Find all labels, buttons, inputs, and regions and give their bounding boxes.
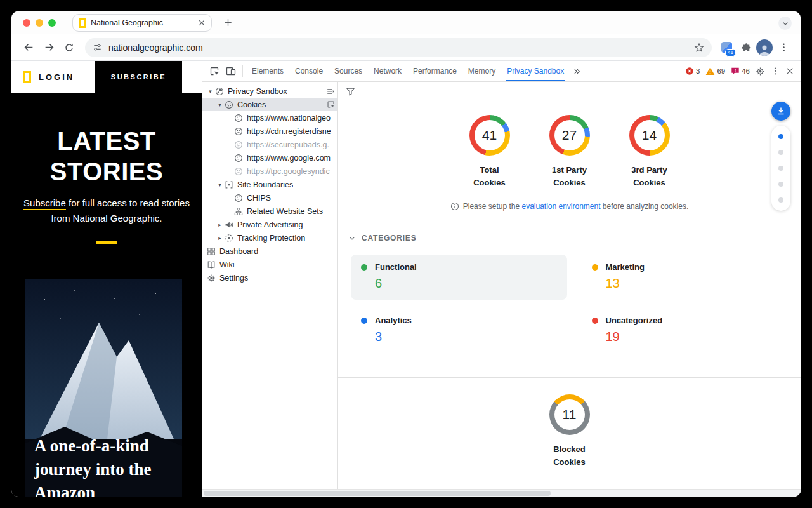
- privacy-sandbox-extension-icon[interactable]: 41: [718, 39, 735, 56]
- devtools-tab-network[interactable]: Network: [368, 61, 407, 81]
- tree-item-https-www-nationalgeo[interactable]: https://www.nationalgeo: [202, 111, 337, 124]
- tab-search-button[interactable]: [778, 17, 792, 30]
- maximize-window-button[interactable]: [48, 19, 56, 27]
- subscribe-button[interactable]: SUBSCRIBE: [95, 61, 182, 93]
- category-cell-marketing[interactable]: Marketing13: [570, 251, 791, 304]
- devtools-tab-memory[interactable]: Memory: [462, 61, 501, 81]
- tree-item-chips[interactable]: CHIPS: [202, 191, 337, 204]
- bookmark-star-icon[interactable]: [694, 43, 704, 53]
- chevron-expanded-icon[interactable]: ▾: [216, 182, 224, 188]
- inspect-small-icon[interactable]: [327, 100, 335, 109]
- profile-avatar[interactable]: [756, 39, 773, 56]
- tree-item-https-securepubads-g[interactable]: https://securepubads.g.: [202, 138, 337, 151]
- nav-dot-5[interactable]: [778, 197, 783, 203]
- tree-item-cookies[interactable]: ▾Cookies: [202, 98, 337, 111]
- category-cell-functional[interactable]: Functional6: [348, 251, 570, 304]
- tree-item-settings[interactable]: Settings: [202, 271, 337, 284]
- devtools-tab-console[interactable]: Console: [289, 61, 329, 81]
- donut-blocked-cookies: 11Blocked Cookies: [542, 394, 598, 469]
- filter-funnel-icon[interactable]: [346, 87, 355, 96]
- forward-icon[interactable]: [39, 38, 58, 57]
- nav-dot-1[interactable]: [778, 134, 783, 139]
- info-icon: [450, 202, 459, 211]
- donut-3rd-party-cookies: 143rd Party Cookies: [622, 115, 678, 189]
- donut-value: 14: [642, 128, 657, 143]
- category-color-dot: [361, 318, 367, 324]
- browser-menu-kebab-icon[interactable]: [774, 38, 793, 57]
- minimize-window-button[interactable]: [36, 19, 43, 27]
- category-count: 6: [375, 276, 557, 291]
- donut-ring: 11: [549, 394, 590, 435]
- devtools-tab-elements[interactable]: Elements: [246, 61, 289, 81]
- category-card: Marketing13: [582, 255, 789, 300]
- categories-title: CATEGORIES: [362, 234, 416, 243]
- tree-item-https-tpc-googlesyndic[interactable]: https://tpc.googlesyndic: [202, 164, 337, 178]
- tree-item-tracking-protection[interactable]: ▸Tracking Protection: [202, 231, 337, 244]
- url-bar[interactable]: nationalgeographic.com: [85, 38, 712, 57]
- console-warnings-badge[interactable]: 69: [705, 67, 725, 76]
- site-settings-icon[interactable]: [93, 43, 102, 52]
- reload-icon[interactable]: [60, 38, 79, 57]
- story-caption[interactable]: A one-of-a-kind journey into the Amazon: [34, 434, 173, 497]
- category-cell-analytics[interactable]: Analytics3: [348, 304, 570, 357]
- page-title: LATEST STORIES: [40, 126, 173, 187]
- issues-badge[interactable]: 46: [731, 67, 750, 76]
- setup-info: Please setup the evaluation environment …: [338, 202, 801, 211]
- categories-section: CATEGORIES Functional6Marketing13Analyti…: [338, 224, 801, 357]
- tree-item-site-boundaries[interactable]: ▾Site Boundaries: [202, 178, 337, 191]
- devtools-tab-performance[interactable]: Performance: [407, 61, 462, 81]
- category-name: Functional: [375, 262, 417, 272]
- more-tabs-icon[interactable]: [570, 64, 584, 78]
- donut-label: 3rd Party Cookies: [627, 164, 672, 189]
- browser-tab[interactable]: National Geographic: [72, 14, 212, 32]
- donut-ring: 27: [549, 115, 590, 156]
- warning-icon: [705, 67, 715, 76]
- tab-close-icon[interactable]: [198, 19, 206, 27]
- login-link[interactable]: LOGIN: [39, 72, 74, 82]
- chevron-collapsed-icon[interactable]: ▸: [216, 235, 224, 241]
- chevron-expanded-icon[interactable]: ▾: [216, 102, 224, 108]
- site-boundaries-icon: [224, 180, 234, 190]
- tree-item-https-www-google-com[interactable]: https://www.google.com: [202, 151, 337, 164]
- tree-item-related-website-sets[interactable]: Related Website Sets: [202, 204, 337, 218]
- horizontal-scrollbar[interactable]: [202, 489, 801, 497]
- tree-item-private-advertising[interactable]: ▸Private Advertising: [202, 218, 337, 231]
- devtools-tab-privacy-sandbox[interactable]: Privacy Sandbox: [501, 61, 570, 81]
- subscribe-link[interactable]: Subscribe: [23, 197, 66, 210]
- story-card[interactable]: A one-of-a-kind journey into the Amazon: [25, 279, 182, 497]
- categories-header[interactable]: CATEGORIES: [348, 234, 790, 243]
- scrollbar-thumb[interactable]: [204, 491, 551, 496]
- tree-item-privacy-sandbox[interactable]: ▾Privacy Sandbox: [202, 84, 337, 98]
- tree-item-dashboard[interactable]: Dashboard: [202, 244, 337, 258]
- tree-item-label: Settings: [219, 274, 248, 283]
- nav-dot-2[interactable]: [778, 150, 783, 155]
- chevron-expanded-icon[interactable]: ▾: [206, 88, 214, 95]
- devtools-tab-sources[interactable]: Sources: [329, 61, 368, 81]
- download-report-button[interactable]: [771, 102, 790, 121]
- tree-item-wiki[interactable]: Wiki: [202, 258, 337, 271]
- category-cell-uncategorized[interactable]: Uncategorized19: [570, 304, 791, 357]
- devtools-close-icon[interactable]: [785, 67, 794, 76]
- devtools-settings-gear-icon[interactable]: [756, 67, 765, 76]
- tree-item-label: Dashboard: [219, 247, 258, 256]
- extensions-puzzle-icon[interactable]: [736, 38, 755, 57]
- natgeo-logo-icon[interactable]: [23, 71, 31, 83]
- panel-list-icon[interactable]: [326, 87, 335, 96]
- traffic-lights: [11, 19, 56, 27]
- privacy-sandbox-icon: [214, 86, 225, 97]
- tree-item-label: https://cdn.registerdisne: [247, 127, 331, 136]
- close-window-button[interactable]: [23, 19, 30, 27]
- tree-item-label: Tracking Protection: [237, 234, 305, 243]
- back-icon[interactable]: [19, 38, 38, 57]
- nav-dot-4[interactable]: [778, 182, 783, 187]
- console-errors-badge[interactable]: 3: [685, 67, 700, 76]
- devtools-menu-kebab-icon[interactable]: [771, 67, 780, 76]
- new-tab-button[interactable]: [223, 18, 233, 27]
- natgeo-favicon-icon: [79, 18, 86, 28]
- nav-dot-3[interactable]: [778, 166, 783, 171]
- device-toolbar-icon[interactable]: [223, 63, 239, 79]
- inspect-element-icon[interactable]: [206, 63, 223, 79]
- evaluation-environment-link[interactable]: evaluation environment: [521, 202, 600, 211]
- chevron-collapsed-icon[interactable]: ▸: [216, 222, 224, 228]
- tree-item-https-cdn-registerdisne[interactable]: https://cdn.registerdisne: [202, 124, 337, 138]
